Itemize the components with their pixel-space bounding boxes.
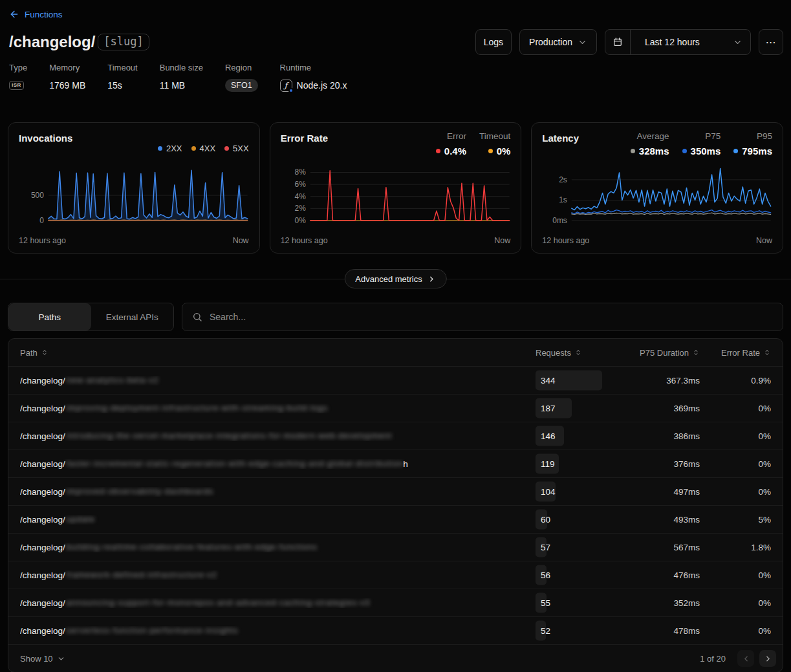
table-row[interactable]: /changelog/framework-defined-infrastruct… bbox=[8, 561, 783, 589]
chevron-down-icon bbox=[578, 38, 587, 47]
functions-detail-page: Functions /changelog/ [slug] Logs Produc… bbox=[0, 0, 791, 672]
search-icon bbox=[192, 312, 202, 322]
region-badge: SFO1 bbox=[225, 79, 258, 92]
path-cell: /changelog/announcing-support-for-monore… bbox=[20, 598, 536, 608]
pagination: 1 of 20 bbox=[700, 650, 776, 667]
requests-value: 60 bbox=[536, 515, 550, 525]
error-rate-value: 1.8% bbox=[700, 543, 771, 552]
title-row: /changelog/ [slug] Logs Production Last … bbox=[8, 28, 783, 56]
meta-region-label: Region bbox=[225, 63, 258, 73]
more-actions-button[interactable]: ⋯ bbox=[759, 29, 783, 55]
chevron-up-down-icon bbox=[574, 349, 582, 356]
meta-memory-value: 1769 MB bbox=[49, 78, 85, 92]
legend-dot-4xx bbox=[191, 146, 196, 151]
path-cell: /changelog/improved-observability-dashbo… bbox=[20, 487, 536, 497]
meta-memory-label: Memory bbox=[49, 63, 85, 73]
x-axis-start-label: 12 hours ago bbox=[281, 236, 328, 245]
x-axis-start-label: 12 hours ago bbox=[542, 236, 589, 245]
table-row[interactable]: /changelog/new-analytics-beta-v2 344 367… bbox=[8, 367, 783, 395]
time-range-label: Last 12 hours bbox=[636, 37, 728, 47]
invocations-card: Invocations 2XX 4XX 5XX 0500 12 hours ag… bbox=[8, 122, 260, 254]
environment-dropdown[interactable]: Production bbox=[519, 29, 597, 55]
path-cell: /changelog/building-realtime-collaborati… bbox=[20, 543, 536, 552]
table-row[interactable]: /changelog/introducing-the-vercel-market… bbox=[8, 422, 783, 450]
search-input[interactable] bbox=[210, 312, 773, 322]
error-rate-value: 0% bbox=[700, 431, 771, 441]
error-rate-value: 0.9% bbox=[700, 376, 771, 385]
requests-cell: 60 bbox=[536, 506, 614, 533]
column-header-p75-duration[interactable]: P75 Duration bbox=[614, 348, 700, 358]
table-row[interactable]: /changelog/update 60 493ms 5% bbox=[8, 506, 783, 534]
requests-cell: 146 bbox=[536, 422, 614, 450]
legend-label-5xx: 5XX bbox=[233, 144, 249, 153]
error-rate-value: 0.4% bbox=[444, 146, 466, 157]
path-prefix: /changelog/ bbox=[20, 459, 65, 469]
p75-duration-value: 376ms bbox=[614, 459, 700, 469]
p95-latency-value: 795ms bbox=[742, 146, 772, 157]
svg-text:6%: 6% bbox=[294, 180, 306, 189]
error-rate-value: 0% bbox=[700, 570, 771, 580]
path-prefix: /changelog/ bbox=[20, 598, 65, 608]
x-axis-end-label: Now bbox=[756, 236, 772, 245]
table-row[interactable]: /changelog/faster-incremental-static-reg… bbox=[8, 450, 783, 478]
p75-duration-value: 497ms bbox=[614, 487, 700, 497]
redacted-slug: framework-defined-infrastructure-v2 bbox=[67, 570, 217, 580]
redacted-slug: introducing-the-vercel-marketplace-integ… bbox=[67, 431, 392, 440]
redacted-slug: improving-deployment-infrastructure-with… bbox=[67, 404, 328, 413]
chevron-right-icon bbox=[764, 655, 772, 663]
advanced-metrics-button[interactable]: Advanced metrics bbox=[344, 269, 446, 288]
calendar-button[interactable] bbox=[605, 30, 631, 54]
table-row[interactable]: /changelog/improving-deployment-infrastr… bbox=[8, 395, 783, 422]
table-row[interactable]: /changelog/announcing-support-for-monore… bbox=[8, 589, 783, 617]
table-row[interactable]: /changelog/building-realtime-collaborati… bbox=[8, 534, 783, 561]
table-row[interactable]: /changelog/improved-observability-dashbo… bbox=[8, 478, 783, 506]
slug-chip: [slug] bbox=[98, 34, 149, 50]
next-page-button[interactable] bbox=[759, 650, 776, 667]
arrow-left-icon bbox=[9, 9, 19, 19]
path-cell: /changelog/update bbox=[20, 515, 536, 525]
svg-text:0: 0 bbox=[39, 216, 44, 225]
requests-value: 55 bbox=[536, 598, 550, 608]
latency-chart: 0ms1s2s bbox=[542, 164, 772, 231]
svg-text:1s: 1s bbox=[559, 195, 568, 204]
path-prefix: /changelog/ bbox=[20, 570, 65, 580]
column-header-error-rate[interactable]: Error Rate bbox=[700, 348, 771, 358]
column-header-requests[interactable]: Requests bbox=[536, 348, 614, 358]
meta-runtime-label: Runtime bbox=[280, 63, 347, 73]
time-range-picker[interactable]: Last 12 hours bbox=[605, 29, 751, 55]
legend-label-4xx: 4XX bbox=[200, 144, 216, 153]
requests-cell: 344 bbox=[536, 367, 614, 394]
path-prefix: /changelog/ bbox=[20, 626, 65, 636]
chevron-right-icon bbox=[428, 275, 436, 283]
meta-memory: Memory 1769 MB bbox=[49, 63, 85, 92]
tab-paths[interactable]: Paths bbox=[8, 303, 91, 331]
latency-card: Latency Average 328ms P75 350ms P95 795m… bbox=[531, 122, 783, 254]
column-header-path[interactable]: Path bbox=[20, 348, 536, 358]
tab-group: Paths External APIs bbox=[8, 303, 174, 331]
back-to-functions-link[interactable]: Functions bbox=[9, 9, 63, 19]
table-body: /changelog/new-analytics-beta-v2 344 367… bbox=[8, 367, 783, 645]
p75-latency-value: 350ms bbox=[691, 146, 721, 157]
environment-label: Production bbox=[529, 37, 572, 47]
svg-text:2%: 2% bbox=[294, 204, 306, 213]
legend-dot-p75 bbox=[682, 149, 687, 153]
table-footer: Show 10 1 of 20 bbox=[8, 645, 783, 672]
chevron-down-icon bbox=[733, 38, 742, 47]
page-size-select[interactable]: Show 10 bbox=[20, 654, 65, 664]
logs-button[interactable]: Logs bbox=[475, 29, 512, 55]
redacted-slug: improved-observability-dashboards bbox=[67, 487, 214, 496]
legend-dot-timeout bbox=[488, 149, 493, 153]
table-row[interactable]: /changelog/serverless-function-performan… bbox=[8, 617, 783, 645]
path-prefix: /changelog/ bbox=[20, 376, 65, 385]
search-bar[interactable] bbox=[182, 303, 783, 331]
path-cell: /changelog/faster-incremental-static-reg… bbox=[20, 459, 536, 469]
function-metadata: Type ISR Memory 1769 MB Timeout 15s Bund… bbox=[9, 63, 783, 92]
error-rate-value: 0% bbox=[700, 459, 771, 469]
previous-page-button[interactable] bbox=[737, 650, 754, 667]
page-indicator: 1 of 20 bbox=[700, 654, 726, 664]
p75-duration-value: 367.3ms bbox=[614, 376, 700, 385]
tab-external-apis[interactable]: External APIs bbox=[91, 303, 174, 331]
error-rate-value: 0% bbox=[700, 626, 771, 636]
error-rate-value: 5% bbox=[700, 515, 771, 525]
path-cell: /changelog/serverless-function-performan… bbox=[20, 626, 536, 636]
